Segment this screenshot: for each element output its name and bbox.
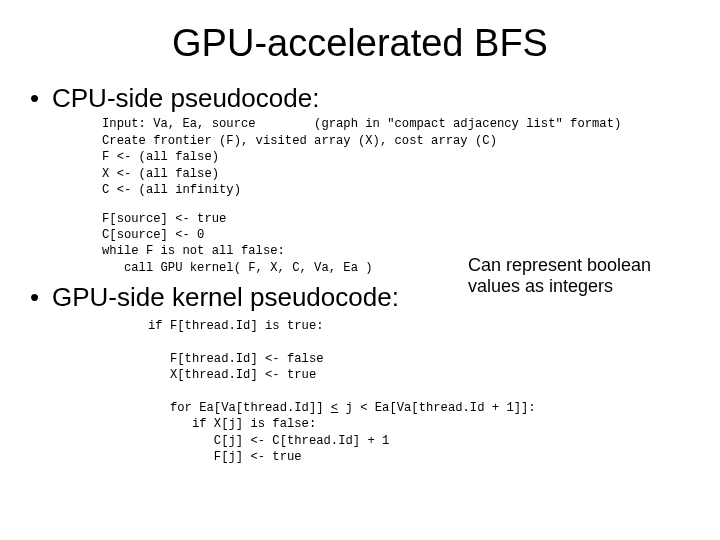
cpu-code-block-1: Input: Va, Ea, source (graph in "compact… [102,116,692,198]
gpu-l2: F[thread.Id] <- false [148,352,324,366]
gpu-loop-post: Ea[Va[thread.Id + 1]]: [367,401,535,415]
gpu-l6: C[j] <- C[thread.Id] + 1 [148,434,389,448]
slide: GPU-accelerated BFS CPU-side pseudocode:… [0,0,720,540]
gpu-l3: X[thread.Id] <- true [148,368,316,382]
gpu-code-block: if F[thread.Id] is true: F[thread.Id] <-… [148,318,692,466]
bullet-cpu: CPU-side pseudocode: [28,83,692,114]
gpu-loop-mid: j [338,401,360,415]
gpu-l5: if X[j] is false: [148,417,316,431]
bullet-list-2: GPU-side kernel pseudocode: [28,282,692,313]
gpu-l1: if F[thread.Id] is true: [148,319,324,333]
gpu-l7: F[j] <- true [148,450,302,464]
bullet-list: CPU-side pseudocode: [28,83,692,114]
bullet-gpu: GPU-side kernel pseudocode: [28,282,692,313]
slide-title: GPU-accelerated BFS [28,22,692,65]
gpu-loop-pre: for Ea[Va[thread.Id]] [148,401,331,415]
